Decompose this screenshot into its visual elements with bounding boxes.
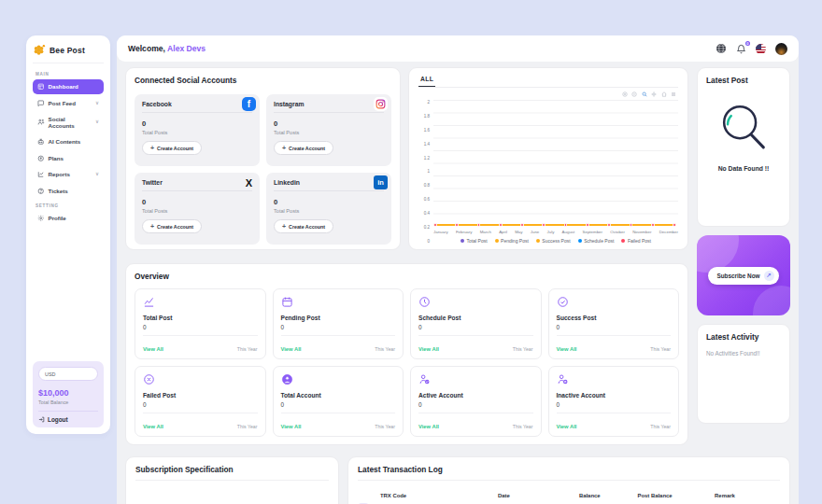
period-label: This Year	[237, 424, 258, 429]
create-account-button[interactable]: + Create Account	[142, 141, 202, 155]
latest-activity-title: Latest Activity	[706, 332, 781, 342]
view-all-link[interactable]: View All	[418, 424, 439, 429]
sidebar-item-tickets[interactable]: Tickets	[33, 184, 104, 199]
chart-plot-area[interactable]	[433, 100, 678, 226]
x-tick: November	[632, 230, 651, 234]
gear-icon	[37, 215, 45, 222]
menu-icon[interactable]	[671, 91, 676, 97]
x-tick: June	[531, 230, 540, 234]
stat-total-account: Total Account 0 View All This Year	[273, 366, 404, 437]
plus-icon: +	[282, 146, 286, 151]
chart-line-icon	[143, 296, 258, 308]
linkedin-account-card: Linkedin in 0 Total Posts + Create Accou…	[266, 173, 391, 245]
overview-title: Overview	[135, 272, 679, 281]
plus-icon: +	[150, 146, 154, 151]
create-account-button[interactable]: + Create Account	[274, 219, 333, 233]
plus-icon: +	[150, 224, 154, 230]
facebook-icon: f	[242, 97, 256, 111]
period-label: This Year	[513, 424, 533, 429]
social-accounts-icon	[37, 119, 45, 126]
sidebar: Bee Post MAIN Dashboard Post Feed ∨ Soci…	[26, 35, 110, 434]
create-account-button[interactable]: + Create Account	[142, 219, 202, 233]
view-all-link[interactable]: View All	[281, 346, 302, 352]
chevron-down-icon: ∨	[95, 119, 99, 125]
notifications-bell-icon[interactable]: 0	[736, 44, 746, 54]
latest-activity-card: Latest Activity No Activities Found!!	[697, 324, 790, 424]
language-flag-icon[interactable]	[756, 44, 766, 54]
view-all-link[interactable]: View All	[418, 346, 439, 352]
zoom-in-icon[interactable]	[622, 91, 628, 97]
subscribe-banner: Subscribe Now ↗	[697, 235, 790, 315]
view-all-link[interactable]: View All	[143, 424, 163, 429]
x-tick: May	[515, 230, 522, 234]
legend-total-post[interactable]: Total Post	[461, 238, 487, 244]
arrow-up-right-icon: ↗	[764, 271, 774, 281]
create-account-button[interactable]: + Create Account	[274, 141, 333, 155]
legend-success-post[interactable]: Success Post	[536, 238, 571, 244]
plus-icon: +	[282, 224, 286, 230]
transaction-table-header: TRX Code Date Balance Post Balance Remar…	[358, 493, 780, 498]
zoom-out-icon[interactable]	[631, 91, 637, 97]
globe-icon[interactable]	[716, 43, 727, 54]
stat-success-post: Success Post 0 View All This Year	[548, 288, 680, 359]
logout-button[interactable]: Logout	[38, 411, 98, 423]
period-label: This Year	[650, 346, 671, 352]
stat-pending-post: Pending Post 0 View All This Year	[273, 288, 404, 359]
col-balance: Balance	[579, 493, 638, 498]
legend-pending-post[interactable]: Pending Post	[495, 238, 529, 244]
chart-y-axis: 2 1.8 1.6 1.4 1.2 1 0.8 0.6 0.4 0.2 0	[418, 100, 433, 244]
y-tick: 1	[427, 169, 430, 174]
view-all-link[interactable]: View All	[143, 346, 163, 352]
plans-icon	[37, 155, 45, 162]
x-circle-icon	[143, 373, 258, 385]
dashboard-icon	[37, 83, 45, 91]
username: Alex Devs	[167, 44, 206, 53]
x-tick: September	[583, 230, 602, 234]
col-post-balance: Post Balance	[638, 493, 716, 498]
x-tick: March	[480, 230, 491, 234]
view-all-link[interactable]: View All	[557, 424, 577, 429]
notification-badge: 0	[745, 41, 751, 47]
sidebar-item-profile[interactable]: Profile	[33, 211, 104, 226]
main-area: Welcome, Alex Devs 0 Connected Social Ac…	[117, 35, 799, 504]
sidebar-item-reports[interactable]: Reports ∨	[33, 167, 104, 182]
sidebar-item-post-feed[interactable]: Post Feed ∨	[33, 96, 104, 111]
y-tick: 1.4	[424, 142, 430, 147]
x-tick: April	[499, 230, 507, 234]
y-tick: 2	[427, 100, 430, 105]
pan-icon[interactable]	[651, 91, 657, 97]
chart-data-points	[433, 223, 676, 227]
sidebar-item-plans[interactable]: Plans	[33, 151, 104, 166]
legend-failed-post[interactable]: Failed Post	[621, 238, 651, 244]
total-balance-label: Total Balance	[38, 399, 98, 405]
stat-inactive-account: Inactive Account 0 View All This Year	[548, 366, 680, 437]
selection-zoom-icon[interactable]	[642, 91, 647, 97]
y-tick: 0.2	[424, 225, 430, 230]
view-all-link[interactable]: View All	[281, 424, 302, 429]
tab-all[interactable]: ALL	[418, 75, 435, 87]
social-accounts-title: Connected Social Accounts	[135, 76, 391, 85]
legend-schedule-post[interactable]: Schedule Post	[578, 238, 615, 244]
magnifier-illustration	[715, 98, 772, 160]
col-remark: Remark	[715, 493, 765, 498]
period-label: This Year	[375, 424, 395, 429]
sidebar-item-social-accounts[interactable]: Social Accounts ∨	[33, 112, 104, 133]
view-all-link[interactable]: View All	[557, 346, 577, 352]
user-check-icon	[418, 373, 533, 385]
no-data-text: No Data Found !!	[706, 165, 781, 172]
sidebar-section-setting: SETTING	[35, 203, 101, 208]
subscribe-now-button[interactable]: Subscribe Now ↗	[708, 267, 778, 285]
period-label: This Year	[375, 346, 395, 352]
latest-post-card: Latest Post No Data Found !!	[697, 67, 790, 227]
y-tick: 0.4	[424, 211, 430, 216]
period-label: This Year	[513, 346, 533, 352]
post-feed-icon	[37, 100, 45, 107]
currency-select[interactable]: USD	[38, 367, 98, 381]
reset-home-icon[interactable]	[661, 91, 667, 97]
user-avatar[interactable]	[775, 43, 787, 55]
sidebar-item-dashboard[interactable]: Dashboard	[33, 79, 104, 94]
welcome-message: Welcome, Alex Devs	[128, 44, 206, 53]
sidebar-item-ai-contents[interactable]: AI Contents	[33, 134, 104, 149]
x-tick: August	[562, 230, 575, 234]
col-date: Date	[498, 493, 579, 498]
